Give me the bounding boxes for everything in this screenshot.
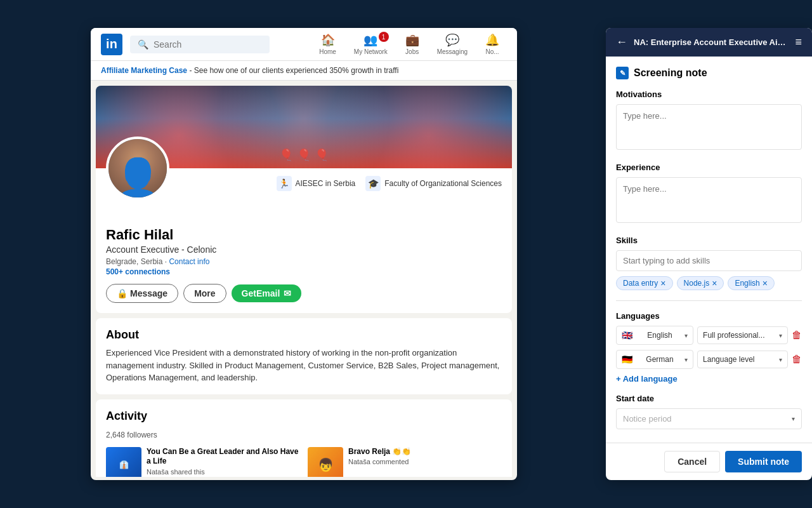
activity-thumb-2: 👦 bbox=[308, 447, 343, 478]
motivations-section: Motivations bbox=[616, 90, 802, 152]
lock-icon: 🔒 bbox=[117, 288, 128, 298]
german-flag: 🇩🇪 bbox=[622, 354, 632, 364]
profile-title: Account Executive - Celonic bbox=[106, 244, 502, 255]
start-date-section: Start date Notice period ▾ bbox=[616, 394, 802, 429]
faculty-icon: 🎓 bbox=[365, 176, 381, 191]
profile-info: 🏃 AIESEC in Serbia 🎓 Faculty of Organiza… bbox=[96, 168, 512, 313]
about-section: About Experienced Vice President with a … bbox=[96, 318, 512, 394]
language-row-english: 🇬🇧 English ▾ Full professional... ▾ 🗑 bbox=[616, 326, 802, 345]
network-icon: 👥 bbox=[363, 33, 377, 47]
skill-english-remove[interactable]: × bbox=[763, 279, 768, 288]
german-label: German bbox=[646, 355, 673, 364]
linkedin-header: in 🔍 🏠 Home 👥 1 My Network 💼 Jobs 💬 Mess… bbox=[91, 28, 517, 61]
nav-network-label: My Network bbox=[354, 48, 388, 55]
profile-location-text: Belgrade, Serbia bbox=[106, 257, 162, 266]
nav-bar: 🏠 Home 👥 1 My Network 💼 Jobs 💬 Messaging… bbox=[311, 30, 507, 58]
thumb-img-1: 👔 bbox=[106, 447, 141, 478]
german-delete-button[interactable]: 🗑 bbox=[792, 354, 802, 365]
german-level-chevron-icon: ▾ bbox=[779, 356, 782, 363]
skills-tags: Data entry × Node.js × English × bbox=[616, 276, 802, 290]
activity-title: Activity bbox=[106, 410, 147, 423]
english-label: English bbox=[647, 331, 672, 340]
nav-home-label: Home bbox=[319, 48, 336, 55]
skill-tag-english: English × bbox=[728, 276, 775, 290]
nav-network[interactable]: 👥 1 My Network bbox=[346, 30, 395, 58]
start-date-select[interactable]: Notice period ▾ bbox=[616, 408, 802, 429]
profile-connections: 500+ connections bbox=[106, 267, 502, 276]
experience-textarea[interactable] bbox=[616, 177, 802, 223]
nav-notifications[interactable]: 🔔 No... bbox=[478, 30, 507, 58]
screening-note-header: ✎ Screening note bbox=[616, 67, 802, 79]
back-button[interactable]: ← bbox=[616, 36, 627, 49]
english-delete-button[interactable]: 🗑 bbox=[792, 330, 802, 341]
cancel-button[interactable]: Cancel bbox=[664, 451, 720, 472]
promo-link[interactable]: Affiliate Marketing Case bbox=[101, 66, 187, 75]
messaging-icon: 💬 bbox=[445, 33, 459, 47]
submit-note-button[interactable]: Submit note bbox=[725, 451, 802, 472]
skill-nodejs-remove[interactable]: × bbox=[712, 279, 717, 288]
faculty-label: Faculty of Organizational Sciences bbox=[384, 179, 502, 188]
profile-actions: 🔒 Message More GetEmail ✉ bbox=[106, 284, 502, 303]
motivations-textarea[interactable] bbox=[616, 104, 802, 150]
skill-data-entry-label: Data entry bbox=[623, 279, 658, 288]
activity-content-2: Bravo Relja 👏👏 Nataša commented bbox=[348, 447, 502, 466]
nav-jobs-label: Jobs bbox=[405, 48, 419, 55]
search-bar[interactable]: 🔍 bbox=[130, 36, 270, 53]
screening-note-label: Screening note bbox=[634, 67, 707, 79]
activity-header: Activity bbox=[106, 410, 502, 428]
search-icon: 🔍 bbox=[138, 39, 148, 50]
activity-sub-2: Nataša commented bbox=[348, 458, 502, 465]
skills-input[interactable] bbox=[616, 250, 802, 271]
nav-jobs[interactable]: 💼 Jobs bbox=[398, 30, 427, 58]
german-level-select[interactable]: Language level ▾ bbox=[697, 351, 788, 368]
panel-menu-button[interactable]: ≡ bbox=[795, 36, 802, 49]
add-language-button[interactable]: + Add language bbox=[616, 374, 802, 384]
skill-data-entry-remove[interactable]: × bbox=[660, 279, 665, 288]
contact-info-link[interactable]: Contact info bbox=[169, 257, 209, 266]
start-date-chevron-icon: ▾ bbox=[792, 415, 795, 422]
english-flag: 🇬🇧 bbox=[622, 330, 632, 340]
more-button[interactable]: More bbox=[183, 284, 226, 303]
about-title: About bbox=[106, 328, 502, 342]
language-select-english[interactable]: 🇬🇧 English ▾ bbox=[616, 326, 693, 345]
followers-count: 2,648 followers bbox=[106, 431, 502, 439]
getemail-button[interactable]: GetEmail ✉ bbox=[232, 284, 302, 302]
note-icon: ✎ bbox=[616, 67, 629, 79]
avatar-face bbox=[108, 139, 167, 197]
skills-section: Skills Data entry × Node.js × English × bbox=[616, 236, 802, 290]
skill-tag-data-entry: Data entry × bbox=[616, 276, 673, 290]
jobs-icon: 💼 bbox=[405, 33, 419, 47]
nav-messaging[interactable]: 💬 Messaging bbox=[429, 30, 475, 58]
nav-home[interactable]: 🏠 Home bbox=[311, 30, 344, 58]
linkedin-logo: in bbox=[101, 34, 122, 55]
affiliation-faculty: 🎓 Faculty of Organizational Sciences bbox=[365, 176, 502, 191]
activity-sub-1: Nataša shared this bbox=[147, 468, 300, 476]
promo-text: - See how one of our clients experienced… bbox=[187, 66, 398, 75]
languages-label: Languages bbox=[616, 311, 802, 321]
avatar-wrapper bbox=[106, 137, 169, 200]
activity-grid: 👔 You Can Be a Great Leader and Also Hav… bbox=[106, 447, 502, 478]
experience-section: Experience bbox=[616, 163, 802, 225]
panel-footer: Cancel Submit note bbox=[606, 443, 812, 480]
activity-item-2: 👦 Bravo Relja 👏👏 Nataša commented bbox=[308, 447, 502, 478]
notifications-icon: 🔔 bbox=[485, 33, 499, 47]
divider-1 bbox=[616, 300, 802, 301]
home-icon: 🏠 bbox=[321, 33, 335, 47]
getemail-label: GetEmail bbox=[242, 288, 280, 298]
thumb-img-2: 👦 bbox=[308, 447, 343, 478]
search-input[interactable] bbox=[154, 39, 262, 50]
motivations-label: Motivations bbox=[616, 90, 802, 99]
about-text: Experienced Vice President with a demons… bbox=[106, 347, 502, 384]
affiliation-aiesec: 🏃 AIESEC in Serbia bbox=[277, 176, 356, 191]
start-date-label: Start date bbox=[616, 394, 802, 403]
message-button[interactable]: 🔒 Message bbox=[106, 284, 178, 303]
screening-panel: ← NA: Enterprise Account Executive Airl.… bbox=[606, 28, 812, 480]
aiesec-label: AIESEC in Serbia bbox=[296, 179, 356, 188]
english-chevron-icon: ▾ bbox=[684, 332, 688, 339]
experience-label: Experience bbox=[616, 163, 802, 172]
german-chevron-icon: ▾ bbox=[684, 356, 688, 363]
language-select-german[interactable]: 🇩🇪 German ▾ bbox=[616, 350, 693, 369]
english-level-chevron-icon: ▾ bbox=[779, 332, 782, 339]
english-level-select[interactable]: Full professional... ▾ bbox=[697, 326, 788, 344]
activity-thumb-1: 👔 bbox=[106, 447, 141, 478]
